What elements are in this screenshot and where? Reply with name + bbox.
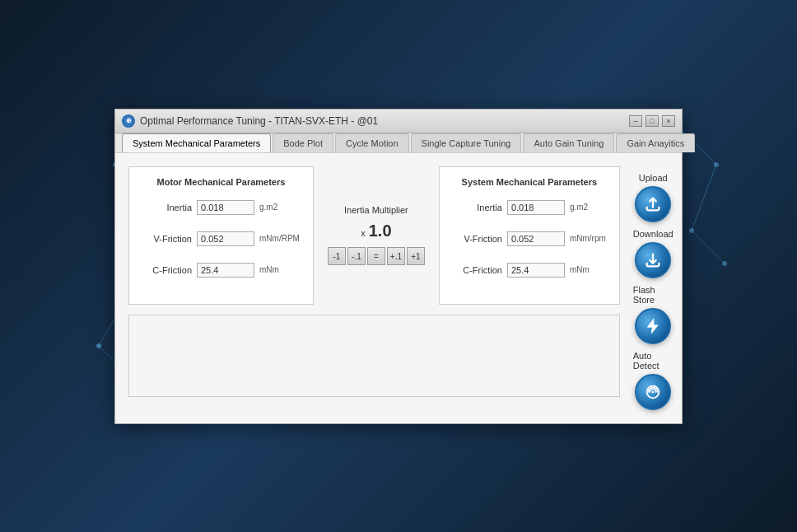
svg-line-10: [692, 165, 716, 231]
main-window: ⊕ Optimal Performance Tuning - TITAN-SVX…: [114, 109, 683, 424]
svg-point-13: [714, 162, 719, 167]
download-icon: [644, 251, 662, 269]
cfriction-unit: mNm: [259, 265, 279, 274]
system-panel: System Mechanical Parameters Inertia g.m…: [439, 166, 620, 305]
app-icon: ⊕: [122, 114, 135, 128]
title-bar-left: ⊕ Optimal Performance Tuning - TITAN-SVX…: [122, 114, 378, 128]
vfriction-label: V-Friction: [142, 234, 192, 244]
bottom-panel: [128, 315, 620, 397]
cfriction-input[interactable]: [197, 263, 254, 278]
upload-group: Upload: [635, 173, 671, 222]
sys-inertia-input[interactable]: [507, 200, 565, 215]
inertia-input[interactable]: [197, 200, 254, 215]
flash-store-group: Flash Store: [633, 285, 673, 344]
sys-inertia-label: Inertia: [453, 203, 502, 212]
flash-store-button[interactable]: [635, 308, 671, 344]
sys-vfriction-row: V-Friction mNm/rpm: [453, 231, 606, 246]
mult-btn-minus1[interactable]: -1: [328, 247, 346, 265]
upload-label: Upload: [639, 173, 668, 183]
sys-cfriction-unit: mNm: [570, 265, 590, 274]
upload-button[interactable]: [635, 186, 671, 222]
vfriction-unit: mNm/RPM: [259, 234, 300, 243]
tab-cycle-motion[interactable]: Cycle Motion: [335, 133, 409, 152]
download-label: Download: [633, 229, 673, 239]
sys-vfriction-input[interactable]: [507, 231, 565, 246]
svg-point-14: [689, 228, 694, 233]
sys-cfriction-input[interactable]: [507, 263, 565, 278]
sys-vfriction-unit: mNm/rpm: [570, 234, 606, 243]
detect-icon: [644, 383, 662, 401]
side-buttons: Upload Download Flash Store: [633, 166, 673, 410]
multiplier-label: Inertia Multiplier: [344, 205, 408, 215]
close-button[interactable]: ×: [662, 115, 675, 127]
mult-btn-plus01[interactable]: +.1: [387, 247, 405, 265]
cfriction-label: C-Friction: [142, 265, 192, 275]
multiplier-value: 1.0: [369, 222, 392, 240]
vfriction-input[interactable]: [197, 231, 254, 246]
inertia-unit: g.m2: [259, 203, 277, 212]
sys-cfriction-row: C-Friction mNm: [453, 263, 606, 278]
svg-point-6: [96, 343, 101, 348]
cfriction-row: C-Friction mNm: [142, 263, 300, 278]
flash-store-label: Flash Store: [633, 285, 673, 305]
inertia-row: Inertia g.m2: [142, 200, 300, 215]
tab-gain-analytics[interactable]: Gain Anayitics: [616, 133, 695, 152]
auto-detect-button[interactable]: [635, 374, 671, 410]
system-panel-title: System Mechanical Parameters: [453, 177, 606, 187]
inertia-multiplier: Inertia Multiplier x 1.0 -1 -.1 = +.1 +1: [327, 166, 426, 305]
svg-line-11: [692, 231, 725, 264]
multiplier-buttons: -1 -.1 = +.1 +1: [328, 247, 425, 265]
mult-btn-equals[interactable]: =: [367, 247, 385, 265]
main-panels: Motor Mechanical Parameters Inertia g.m2…: [128, 166, 620, 410]
panels-row: Motor Mechanical Parameters Inertia g.m2…: [128, 166, 620, 305]
minimize-button[interactable]: –: [629, 115, 642, 127]
tab-auto-gain[interactable]: Auto Gain Tuning: [523, 133, 614, 152]
flash-icon: [644, 317, 662, 335]
sys-cfriction-label: C-Friction: [453, 265, 502, 275]
window-title: Optimal Performance Tuning - TITAN-SVX-E…: [140, 115, 378, 127]
auto-detect-label: Auto Detect: [633, 351, 673, 371]
motor-panel: Motor Mechanical Parameters Inertia g.m2…: [128, 166, 314, 305]
window-controls: – □ ×: [629, 115, 675, 127]
sys-inertia-row: Inertia g.m2: [453, 200, 606, 215]
download-button[interactable]: [635, 242, 671, 278]
sys-inertia-unit: g.m2: [570, 203, 588, 212]
download-group: Download: [633, 229, 673, 278]
mult-btn-plus1[interactable]: +1: [407, 247, 425, 265]
svg-point-17: [652, 390, 655, 393]
svg-point-15: [722, 261, 727, 266]
vfriction-row: V-Friction mNm/RPM: [142, 231, 300, 246]
content-area: Motor Mechanical Parameters Inertia g.m2…: [115, 153, 682, 423]
upload-icon: [644, 195, 662, 213]
tab-system-mechanical[interactable]: System Mechanical Parameters: [122, 133, 271, 152]
inertia-label: Inertia: [142, 203, 192, 212]
mult-btn-minus01[interactable]: -.1: [347, 247, 366, 265]
maximize-button[interactable]: □: [646, 115, 659, 127]
tabs-bar: System Mechanical Parameters Bode Plot C…: [115, 133, 682, 153]
tab-bode-plot[interactable]: Bode Plot: [273, 133, 333, 152]
title-bar: ⊕ Optimal Performance Tuning - TITAN-SVX…: [115, 110, 682, 133]
motor-panel-title: Motor Mechanical Parameters: [142, 177, 300, 187]
auto-detect-group: Auto Detect: [633, 351, 673, 410]
tab-single-capture[interactable]: Single Capture Tuning: [411, 133, 522, 152]
sys-vfriction-label: V-Friction: [453, 234, 502, 244]
multiplier-prefix: x: [361, 228, 366, 238]
